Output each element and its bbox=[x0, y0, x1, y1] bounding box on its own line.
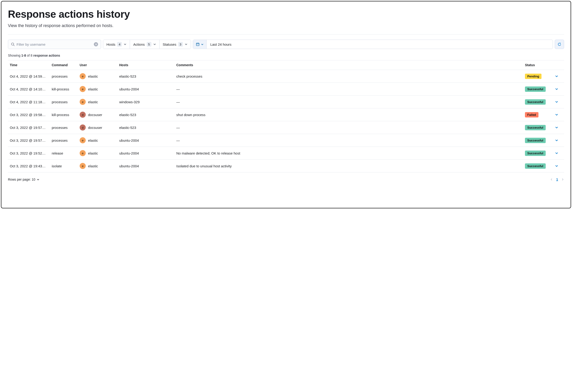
user-name: elastic bbox=[88, 138, 98, 142]
search-input[interactable] bbox=[15, 42, 94, 46]
chevron-down-icon bbox=[555, 126, 558, 129]
table-row: Oct 4, 2022 @ 14:59…processeseelasticela… bbox=[8, 70, 564, 83]
status-badge: Failed bbox=[525, 112, 539, 117]
header-divider bbox=[8, 34, 564, 34]
expand-row-button[interactable] bbox=[553, 164, 562, 168]
actions-table: Time Command User Hosts Comments Status … bbox=[8, 60, 564, 172]
actions-filter-button[interactable]: Actions 5 bbox=[130, 40, 159, 49]
summary-suffix: response actions bbox=[33, 54, 60, 57]
cell-status: Successful bbox=[525, 138, 553, 143]
cell-status: Successful bbox=[525, 163, 553, 169]
cell-comments: No malware detected; OK to release host bbox=[176, 151, 525, 155]
status-badge: Pending bbox=[525, 74, 541, 79]
pagination: 1 bbox=[550, 178, 564, 181]
chevron-down-icon bbox=[555, 75, 558, 78]
summary-mid: of 8 bbox=[26, 54, 33, 57]
table-row: Oct 3, 2022 @ 19:43…isolateeelasticubunt… bbox=[8, 160, 564, 172]
summary-prefix: Showing bbox=[8, 54, 21, 57]
hosts-filter-button[interactable]: Hosts 4 bbox=[103, 40, 130, 49]
page-title: Response actions history bbox=[8, 8, 564, 20]
cell-hosts: ubuntu-2004 bbox=[119, 151, 176, 155]
refresh-icon bbox=[557, 42, 561, 46]
col-hosts: Hosts bbox=[119, 63, 176, 67]
page-number[interactable]: 1 bbox=[556, 178, 558, 181]
cell-hosts: elastic-523 bbox=[119, 113, 176, 117]
avatar: e bbox=[80, 163, 86, 169]
next-page-button[interactable] bbox=[561, 178, 564, 181]
cell-status: Successful bbox=[525, 150, 553, 156]
chevron-down-icon bbox=[153, 43, 156, 46]
user-name: elastic bbox=[88, 100, 98, 104]
expand-row-button[interactable] bbox=[553, 113, 562, 116]
cell-user: eelastic bbox=[80, 73, 119, 79]
user-name: elastic bbox=[88, 74, 98, 78]
filter-group: Hosts 4 Actions 5 Statuses 3 bbox=[103, 40, 191, 49]
cell-time: Oct 3, 2022 @ 19:43… bbox=[10, 164, 52, 168]
hosts-filter-count: 4 bbox=[117, 42, 122, 47]
filter-bar: Hosts 4 Actions 5 Statuses 3 bbox=[8, 40, 564, 49]
expand-row-button[interactable] bbox=[553, 126, 562, 129]
cell-comments: — bbox=[176, 138, 525, 142]
summary-range: 1-8 bbox=[21, 54, 26, 57]
chevron-down-icon bbox=[555, 139, 558, 142]
expand-row-button[interactable] bbox=[553, 151, 562, 155]
cell-comments: — bbox=[176, 126, 525, 130]
table-row: Oct 3, 2022 @ 19:52…releaseeelasticubunt… bbox=[8, 147, 564, 160]
table-row: Oct 3, 2022 @ 19:57…processesddocsuserel… bbox=[8, 121, 564, 134]
results-summary: Showing 1-8 of 8 response actions bbox=[8, 54, 564, 57]
cell-command: processes bbox=[52, 126, 80, 130]
status-badge: Successful bbox=[525, 125, 546, 130]
cell-user: ddocsuser bbox=[80, 124, 119, 131]
avatar: e bbox=[80, 150, 86, 156]
actions-filter-count: 5 bbox=[147, 42, 151, 47]
avatar: e bbox=[80, 86, 86, 92]
status-badge: Successful bbox=[525, 138, 546, 143]
avatar: e bbox=[80, 137, 86, 143]
cell-command: processes bbox=[52, 138, 80, 142]
statuses-filter-label: Statuses bbox=[163, 42, 176, 46]
cell-time: Oct 3, 2022 @ 19:57… bbox=[10, 138, 52, 142]
expand-row-button[interactable] bbox=[553, 100, 562, 103]
date-range-picker: Last 24 hours bbox=[193, 40, 553, 49]
date-range-label[interactable]: Last 24 hours bbox=[207, 40, 553, 49]
search-input-wrap[interactable] bbox=[8, 40, 101, 49]
status-badge: Successful bbox=[525, 150, 546, 156]
table-row: Oct 3, 2022 @ 19:57…processeseelasticubu… bbox=[8, 134, 564, 147]
cell-time: Oct 3, 2022 @ 19:52… bbox=[10, 151, 52, 155]
chevron-down-icon bbox=[37, 178, 39, 181]
cell-status: Failed bbox=[525, 112, 553, 117]
table-row: Oct 4, 2022 @ 14:10…kill-processeelastic… bbox=[8, 83, 564, 96]
cell-hosts: ubuntu-2004 bbox=[119, 87, 176, 91]
cell-command: kill-process bbox=[52, 87, 80, 91]
cell-time: Oct 3, 2022 @ 19:58… bbox=[10, 113, 52, 117]
statuses-filter-button[interactable]: Statuses 3 bbox=[159, 40, 191, 49]
cell-time: Oct 4, 2022 @ 11:18… bbox=[10, 100, 52, 104]
status-badge: Successful bbox=[525, 163, 546, 169]
cell-command: processes bbox=[52, 100, 80, 104]
cell-comments: check processes bbox=[176, 74, 525, 78]
avatar: d bbox=[80, 112, 86, 118]
rows-per-page-button[interactable]: Rows per page: 10 bbox=[8, 178, 39, 181]
table-row: Oct 3, 2022 @ 19:58…kill-processddocsuse… bbox=[8, 108, 564, 121]
cell-command: kill-process bbox=[52, 113, 80, 117]
cell-command: release bbox=[52, 151, 80, 155]
cell-hosts: elastic-523 bbox=[119, 126, 176, 130]
user-name: elastic bbox=[88, 151, 98, 155]
date-quick-select-button[interactable] bbox=[193, 40, 207, 49]
chevron-down-icon bbox=[555, 113, 558, 116]
expand-row-button[interactable] bbox=[553, 87, 562, 91]
prev-page-button[interactable] bbox=[550, 178, 553, 181]
expand-row-button[interactable] bbox=[553, 139, 562, 142]
expand-row-button[interactable] bbox=[553, 75, 562, 78]
svg-rect-4 bbox=[196, 43, 199, 46]
cell-command: processes bbox=[52, 74, 80, 78]
avatar: d bbox=[80, 124, 86, 131]
table-header-row: Time Command User Hosts Comments Status bbox=[8, 60, 564, 70]
actions-filter-label: Actions bbox=[133, 42, 145, 46]
clear-search-button[interactable] bbox=[94, 42, 98, 46]
cell-status: Successful bbox=[525, 125, 553, 130]
col-user: User bbox=[80, 63, 119, 67]
refresh-button[interactable] bbox=[555, 40, 564, 49]
chevron-down-icon bbox=[555, 164, 558, 168]
status-badge: Successful bbox=[525, 99, 546, 105]
